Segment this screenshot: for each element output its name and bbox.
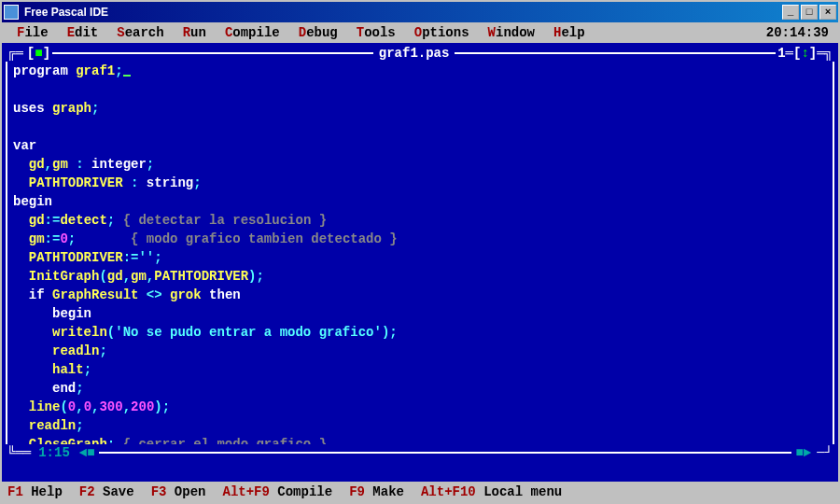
window-title: Free Pascal IDE [22,6,780,19]
close-button[interactable]: × [819,5,836,20]
menu-compile[interactable]: Compile [216,25,289,40]
titlebar[interactable]: Free Pascal IDE _ □ × [2,2,838,22]
menu-file[interactable]: File [7,25,58,40]
status-compile[interactable]: Alt+F9 Compile [222,484,345,499]
status-open[interactable]: F3 Open [151,484,219,499]
status-localmenu[interactable]: Alt+F10 Local menu [421,484,575,499]
clock: 20:14:39 [766,25,833,40]
hscroll-right-icon[interactable]: ■► [791,445,815,460]
menu-run[interactable]: Run [174,25,216,40]
menu-help[interactable]: Help [544,25,595,40]
app-window: Free Pascal IDE _ □ × File Edit Search R… [0,0,840,504]
status-save[interactable]: F2 Save [79,484,147,499]
menu-tools[interactable]: Tools [347,25,405,40]
text-cursor [123,75,131,77]
menu-search[interactable]: Search [107,25,173,40]
status-make[interactable]: F9 Make [349,484,417,499]
editor-window-number[interactable]: 1═[↕]═╗ [776,46,834,61]
editor-close-widget[interactable]: [■] [25,46,52,61]
editor-filename: graf1.pas [373,46,455,61]
app-icon [4,5,19,20]
maximize-button[interactable]: □ [801,5,818,20]
menu-window[interactable]: Window [479,25,544,40]
editor-frame: ╔═ [■] graf1.pas 1═[↕]═╗ program graf1; … [6,45,834,461]
hscroll-left-icon[interactable]: ◄■ [76,445,99,460]
menu-bar: File Edit Search Run Compile Debug Tools… [2,22,838,43]
status-bar: F1 Help F2 Save F3 Open Alt+F9 Compile F… [2,482,838,502]
status-help[interactable]: F1 Help [7,484,76,499]
cursor-position: 1:15 [33,445,76,460]
code-area[interactable]: program graf1; uses graph; var gd,gm : i… [6,62,834,444]
editor-area: ╔═ [■] graf1.pas 1═[↕]═╗ program graf1; … [2,43,838,482]
menu-edit[interactable]: Edit [58,25,108,40]
menu-debug[interactable]: Debug [289,25,347,40]
minimize-button[interactable]: _ [782,5,799,20]
menu-options[interactable]: Options [405,25,479,40]
